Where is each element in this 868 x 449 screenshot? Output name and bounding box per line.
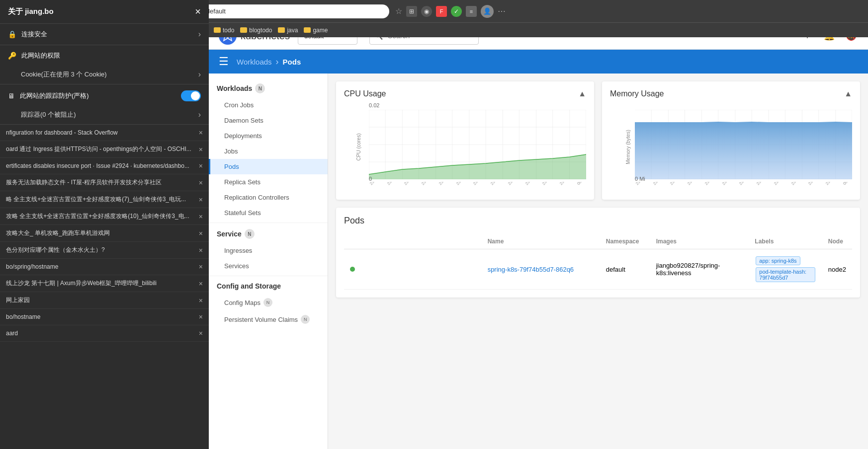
tab-label-2: ertificates disables insecure port · Iss…: [6, 162, 195, 169]
browser-ext-icon5[interactable]: ≡: [466, 6, 477, 17]
sidebar-title: 关于 jiang.bo: [8, 7, 54, 16]
breadcrumb-bar: ☰ Workloads › Pods: [209, 50, 868, 74]
sidebar-overlay-panel: 关于 jiang.bo × 🔒 连接安全 › 🔑 此网站的权限 Cookie(正…: [0, 0, 209, 449]
browser-star-icon[interactable]: ☆: [395, 6, 402, 16]
nav-workloads-badge: N: [255, 83, 265, 93]
tab-close-12[interactable]: ×: [199, 329, 203, 337]
pod-name-link[interactable]: spring-k8s-79f74b55d7-862q6: [488, 266, 574, 273]
memory-bottom-value: 0 Mi: [635, 176, 645, 182]
sidebar-item-replica-sets[interactable]: Replica Sets: [209, 174, 328, 190]
sidebar-item-pvc[interactable]: Persistent Volume Claims N: [209, 311, 328, 328]
nav-section-service: Service N: [209, 223, 328, 243]
pods-section-title: Pods: [344, 216, 852, 226]
tab-close-5[interactable]: ×: [199, 213, 203, 221]
col-header-namespace: Namespace: [600, 234, 650, 249]
tab-item-6[interactable]: 攻略大全_ 单机攻略_跑跑车单机游戏网 ×: [0, 225, 209, 242]
tab-close-3[interactable]: ×: [199, 179, 203, 187]
label-chip-1: pod-template-hash: 79f74b55d7: [756, 267, 815, 282]
tab-label-3: 服务无法加载静态文件 - IT屋-程序员软件开发技术分享社区: [6, 178, 195, 187]
nav-config-label: Config and Storage: [217, 282, 281, 290]
tab-item-8[interactable]: bo/spring/hostname ×: [0, 259, 209, 275]
breadcrumb-workloads[interactable]: Workloads: [237, 58, 272, 66]
bookmark-todo[interactable]: todo: [214, 27, 234, 34]
memory-chart-card: Memory Usage ▲ Memory (bytes): [602, 81, 860, 200]
browser-ext-icon3[interactable]: F: [436, 6, 447, 17]
tab-item-5[interactable]: 攻略 全主支线+全迷宫古置位置+全好感度攻略(10)_仙剑奇侠传3_电... ×: [0, 208, 209, 225]
tab-item-7[interactable]: 色分别对应哪个属性（金木水火土）? ×: [0, 242, 209, 259]
tab-label-9: 线上沙龙 第十七期 | Axum异步Web框架_哔哩哔哩_bilibili: [6, 279, 195, 288]
memory-y-label: Memory (bytes): [625, 130, 631, 164]
sidebar-item-replication-controllers[interactable]: Replication Controllers: [209, 190, 328, 205]
pod-status-dot: [350, 267, 355, 272]
tab-item-10[interactable]: 网上家园 ×: [0, 292, 209, 309]
col-header-name-text: Name: [482, 234, 600, 249]
connection-security-arrow: ›: [198, 30, 201, 39]
cpu-chart-collapse[interactable]: ▲: [578, 89, 586, 98]
tracking-toggle[interactable]: [181, 90, 201, 101]
label-chip-0: app: spring-k8s: [756, 256, 800, 265]
cpu-chart-area: CPU (cores) 0.02: [344, 102, 586, 192]
cookie-row[interactable]: Cookie(正在使用 3 个 Cookie) ›: [0, 66, 209, 84]
bookmark-java[interactable]: java: [278, 27, 298, 34]
nav-service-label: Service: [217, 230, 242, 238]
tab-close-4[interactable]: ×: [199, 196, 203, 204]
tab-close-10[interactable]: ×: [199, 297, 203, 304]
bookmark-blogtodo[interactable]: blogtodo: [240, 27, 272, 34]
sidebar-close-button[interactable]: ×: [195, 6, 201, 17]
browser-menu-icon[interactable]: ⋯: [498, 6, 506, 16]
tab-item-1[interactable]: oard 通过 Ingress 提供HTTPS访问 - openthings的个…: [0, 141, 209, 158]
sidebar-item-ingresses[interactable]: Ingresses: [209, 243, 328, 258]
nav-sidebar: Workloads N Cron Jobs Daemon Sets Deploy…: [209, 74, 328, 449]
tab-label-10: 网上家园: [6, 296, 195, 304]
sidebar-item-daemon-sets[interactable]: Daemon Sets: [209, 113, 328, 128]
tab-item-11[interactable]: bo/hostname ×: [0, 309, 209, 325]
tab-close-8[interactable]: ×: [199, 263, 203, 271]
sidebar-item-config-maps[interactable]: Config Maps N: [209, 294, 328, 311]
breadcrumb-separator: ›: [276, 57, 279, 67]
pod-images-cell: jiangbo920827/spring-k8s:liveness: [650, 249, 749, 290]
open-tabs-list: nfiguration for dashboard - Stack Overfl…: [0, 125, 209, 342]
nav-section-workloads: Workloads N: [209, 79, 328, 97]
pod-name-cell: spring-k8s-79f74b55d7-862q6: [482, 249, 600, 290]
sidebar-item-stateful-sets[interactable]: Stateful Sets: [209, 205, 328, 221]
pods-table: Name Namespace Images Labels Node: [344, 234, 852, 290]
tab-item-3[interactable]: 服务无法加载静态文件 - IT屋-程序员软件开发技术分享社区 ×: [0, 174, 209, 191]
bookmark-game[interactable]: game: [304, 27, 328, 34]
browser-ext-icon1[interactable]: ⊞: [406, 6, 417, 17]
tab-close-0[interactable]: ×: [199, 129, 203, 137]
tab-item-4[interactable]: 略 全主支线+全迷宫古置位置+全好感度攻略(7)_仙剑奇侠传3_电玩... ×: [0, 191, 209, 208]
sidebar-item-cron-jobs[interactable]: Cron Jobs: [209, 97, 328, 113]
browser-ext-icon4[interactable]: ✓: [451, 6, 462, 17]
cpu-chart-title: CPU Usage: [344, 89, 386, 98]
tab-item-9[interactable]: 线上沙龙 第十七期 | Axum异步Web框架_哔哩哔哩_bilibili ×: [0, 275, 209, 292]
browser-ext-icon2[interactable]: ◉: [421, 6, 432, 17]
tab-close-6[interactable]: ×: [199, 229, 203, 237]
tab-close-7[interactable]: ×: [199, 246, 203, 254]
browser-user-icon[interactable]: 👤: [481, 5, 494, 18]
sidebar-item-pods[interactable]: Pods: [209, 159, 328, 174]
tab-item-2[interactable]: ertificates disables insecure port · Iss…: [0, 158, 209, 174]
tracking-section: 🖥 此网站的跟踪防护(严格) 跟踪器(0 个被阻止) ›: [0, 84, 209, 125]
connection-security-row[interactable]: 🔒 连接安全 ›: [0, 24, 209, 45]
tracking-row[interactable]: 🖥 此网站的跟踪防护(严格): [0, 84, 209, 107]
site-permissions-row[interactable]: 🔑 此网站的权限: [0, 45, 209, 66]
tab-close-1[interactable]: ×: [199, 146, 203, 153]
hamburger-icon[interactable]: ☰: [219, 55, 229, 68]
nav-section-config-storage: Config and Storage: [209, 276, 328, 294]
tab-item-12[interactable]: aard ×: [0, 325, 209, 342]
cpu-top-value: 0.02: [369, 102, 379, 108]
tracker-count-row[interactable]: 跟踪器(0 个被阻止) ›: [0, 107, 209, 124]
cpu-y-label: CPU (cores): [356, 133, 361, 160]
memory-chart-collapse[interactable]: ▲: [844, 89, 852, 98]
sidebar-item-jobs[interactable]: Jobs: [209, 144, 328, 159]
tab-label-4: 略 全主支线+全迷宫古置位置+全好感度攻略(7)_仙剑奇侠传3_电玩...: [6, 195, 195, 204]
tab-close-2[interactable]: ×: [199, 162, 203, 170]
tab-item-0[interactable]: nfiguration for dashboard - Stack Overfl…: [0, 125, 209, 141]
tab-close-11[interactable]: ×: [199, 313, 203, 321]
sidebar-item-deployments[interactable]: Deployments: [209, 128, 328, 144]
col-header-node: Node: [822, 234, 852, 249]
tab-close-9[interactable]: ×: [199, 280, 203, 288]
content-area: Workloads N Cron Jobs Daemon Sets Deploy…: [209, 74, 868, 449]
sidebar-item-services[interactable]: Services: [209, 258, 328, 274]
cpu-chart-card: CPU Usage ▲ CPU (cores) 0.02: [336, 81, 594, 200]
